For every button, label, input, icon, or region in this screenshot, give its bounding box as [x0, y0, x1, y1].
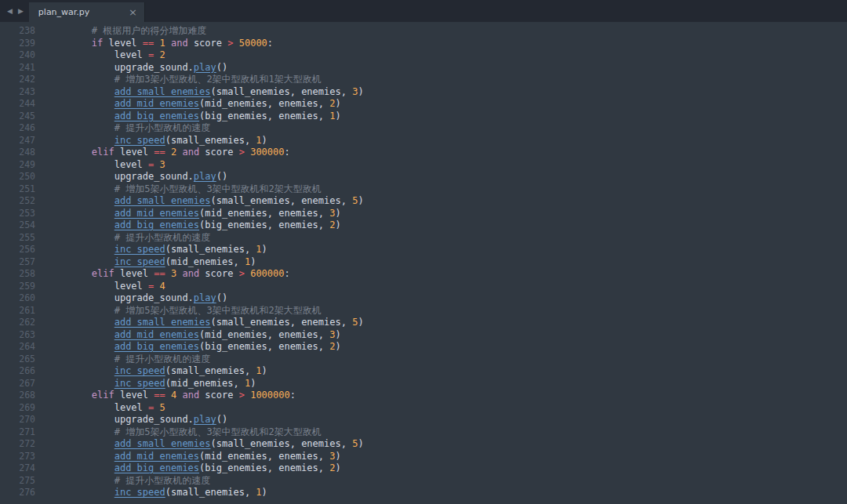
code-line[interactable]: 245 add_big_enemies(big_enemies, enemies… [0, 111, 847, 123]
line-number[interactable]: 262 [0, 317, 35, 329]
line-number[interactable]: 269 [0, 402, 35, 415]
code-token-cm: # 提升小型敌机的速度 [115, 232, 210, 243]
code-line[interactable]: 274 add_big_enemies(big_enemies, enemies… [0, 462, 847, 475]
code-line[interactable]: 259 level = 4 [0, 281, 847, 293]
line-number[interactable]: 249 [0, 159, 35, 172]
code-token-fn: add_mid_enemies [115, 329, 199, 340]
code-line[interactable]: 256 inc_speed(small_enemies, 1) [0, 244, 847, 256]
code-line[interactable]: 257 inc_speed(mid_enemies, 1) [0, 256, 847, 269]
code-line[interactable]: 255 # 提升小型敌机的速度 [0, 232, 847, 245]
line-number[interactable]: 272 [0, 438, 35, 451]
code-line[interactable]: 249 level = 3 [0, 159, 847, 172]
line-number[interactable]: 255 [0, 232, 35, 245]
code-line[interactable]: 266 inc_speed(small_enemies, 1) [0, 365, 847, 378]
line-number[interactable]: 258 [0, 268, 35, 281]
code-line[interactable]: 238 # 根据用户的得分增加难度 [0, 25, 847, 38]
line-number[interactable]: 254 [0, 219, 35, 232]
line-number[interactable]: 248 [0, 147, 35, 159]
line-number[interactable]: 271 [0, 426, 35, 439]
code-line[interactable]: 260 upgrade_sound.play() [0, 292, 847, 305]
code-line[interactable]: 269 level = 5 [0, 402, 847, 415]
line-number[interactable]: 267 [0, 378, 35, 390]
line-number[interactable]: 250 [0, 171, 35, 183]
line-number[interactable]: 251 [0, 183, 35, 196]
tab-close-icon[interactable]: × [129, 7, 137, 17]
line-number[interactable]: 238 [0, 25, 35, 38]
code-token-pl: upgrade_sound. [46, 414, 194, 425]
line-number[interactable]: 276 [0, 487, 35, 499]
code-line[interactable]: 258 elif level == 3 and score > 600000: [0, 268, 847, 281]
line-number[interactable]: 260 [0, 292, 35, 305]
line-number[interactable]: 264 [0, 341, 35, 354]
line-number[interactable]: 253 [0, 208, 35, 220]
code-token-pl: (big_enemies, enemies, [199, 341, 329, 352]
code-token-pl: ) [262, 365, 267, 376]
line-number[interactable]: 245 [0, 111, 35, 123]
code-line[interactable]: 254 add_big_enemies(big_enemies, enemies… [0, 219, 847, 232]
line-number[interactable]: 243 [0, 86, 35, 99]
code-token-pl: : [290, 390, 296, 401]
code-line[interactable]: 251 # 增加5架小型敌机、3架中型敌机和2架大型敌机 [0, 183, 847, 196]
code-line[interactable]: 272 add_small_enemies(small_enemies, ene… [0, 438, 847, 451]
line-number[interactable]: 247 [0, 135, 35, 147]
code-line[interactable]: 275 # 提升小型敌机的速度 [0, 475, 847, 488]
line-number[interactable]: 265 [0, 354, 35, 366]
code-line[interactable]: 248 elif level == 2 and score > 300000: [0, 147, 847, 159]
line-number[interactable]: 270 [0, 414, 35, 426]
code-token-pl [46, 183, 115, 194]
code-token-fn: play [194, 62, 216, 73]
code-line[interactable]: 264 add_big_enemies(big_enemies, enemies… [0, 341, 847, 354]
code-line[interactable]: 246 # 提升小型敌机的速度 [0, 122, 847, 135]
code-line[interactable]: 243 add_small_enemies(small_enemies, ene… [0, 86, 847, 99]
code-line[interactable]: 262 add_small_enemies(small_enemies, ene… [0, 317, 847, 329]
code-line[interactable]: 263 add_mid_enemies(mid_enemies, enemies… [0, 329, 847, 342]
code-line[interactable]: 268 elif level == 4 and score > 1000000: [0, 390, 847, 402]
code-token-kw: and [182, 147, 199, 158]
code-text: # 增加3架小型敌机、2架中型敌机和1架大型敌机 [35, 74, 322, 86]
line-number[interactable]: 256 [0, 244, 35, 256]
line-number[interactable]: 252 [0, 195, 35, 208]
tab-plan-war-py[interactable]: plan_war.py × [29, 2, 145, 22]
line-number[interactable]: 246 [0, 122, 35, 135]
code-line[interactable]: 267 inc_speed(mid_enemies, 1) [0, 378, 847, 390]
code-line[interactable]: 241 upgrade_sound.play() [0, 62, 847, 74]
code-line[interactable]: 273 add_mid_enemies(mid_enemies, enemies… [0, 451, 847, 463]
code-line[interactable]: 265 # 提升小型敌机的速度 [0, 354, 847, 366]
line-number[interactable]: 257 [0, 256, 35, 269]
code-line[interactable]: 242 # 增加3架小型敌机、2架中型敌机和1架大型敌机 [0, 74, 847, 86]
code-line[interactable]: 253 add_mid_enemies(mid_enemies, enemies… [0, 208, 847, 220]
line-number[interactable]: 273 [0, 451, 35, 463]
code-token-nm: 600000 [250, 268, 284, 279]
code-text: add_small_enemies(small_enemies, enemies… [35, 195, 364, 208]
code-editor[interactable]: 238 # 根据用户的得分增加难度239 if level == 1 and s… [0, 22, 847, 504]
line-number[interactable]: 242 [0, 74, 35, 86]
line-number[interactable]: 266 [0, 365, 35, 378]
line-number[interactable]: 244 [0, 98, 35, 111]
code-line[interactable]: 261 # 增加5架小型敌机、3架中型敌机和2架大型敌机 [0, 305, 847, 317]
code-token-pl [46, 390, 92, 401]
code-line[interactable]: 240 level = 2 [0, 49, 847, 62]
code-line[interactable]: 247 inc_speed(small_enemies, 1) [0, 135, 847, 147]
code-line[interactable]: 270 upgrade_sound.play() [0, 414, 847, 426]
code-line[interactable]: 276 inc_speed(small_enemies, 1) [0, 487, 847, 499]
line-number[interactable]: 259 [0, 281, 35, 293]
code-line[interactable]: 244 add_mid_enemies(mid_enemies, enemies… [0, 98, 847, 111]
line-number[interactable]: 261 [0, 305, 35, 317]
code-line[interactable]: 252 add_small_enemies(small_enemies, ene… [0, 195, 847, 208]
code-line[interactable]: 271 # 增加5架小型敌机、3架中型敌机和2架大型敌机 [0, 426, 847, 439]
line-number[interactable]: 274 [0, 462, 35, 475]
line-number[interactable]: 241 [0, 62, 35, 74]
line-number[interactable]: 268 [0, 390, 35, 402]
line-number[interactable]: 240 [0, 49, 35, 62]
line-number[interactable]: 263 [0, 329, 35, 342]
nav-forward-icon[interactable]: ▶ [18, 8, 24, 15]
code-line[interactable]: 239 if level == 1 and score > 50000: [0, 38, 847, 50]
nav-back-icon[interactable]: ◀ [7, 8, 13, 15]
line-number[interactable]: 239 [0, 38, 35, 50]
code-text: add_small_enemies(small_enemies, enemies… [35, 86, 364, 99]
code-text: level = 3 [35, 159, 165, 172]
code-token-cm: # 增加5架小型敌机、3架中型敌机和2架大型敌机 [115, 305, 322, 316]
code-token-pl: ) [335, 208, 340, 219]
code-line[interactable]: 250 upgrade_sound.play() [0, 171, 847, 183]
line-number[interactable]: 275 [0, 475, 35, 488]
